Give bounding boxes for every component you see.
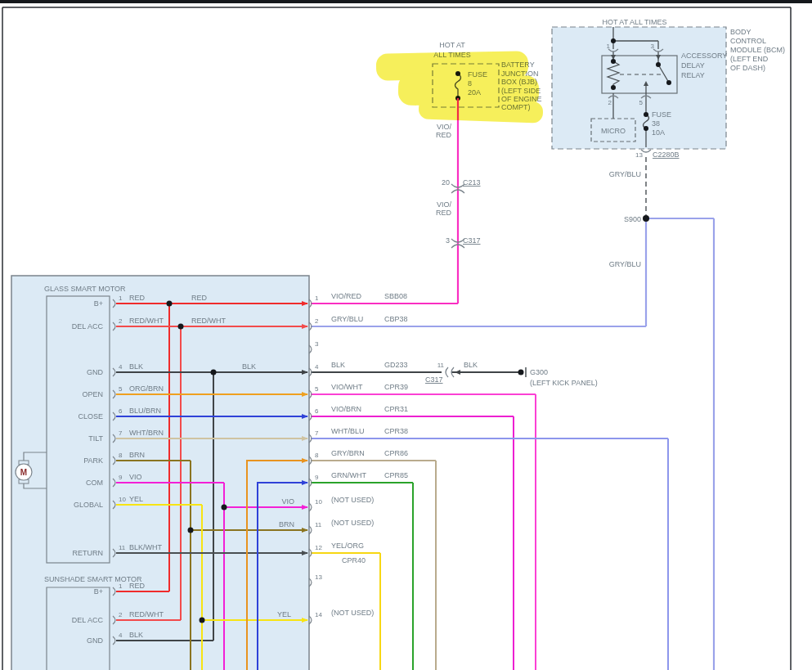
g300-location: (LEFT KICK PANEL)	[530, 379, 598, 387]
glass-pin-name-global: GLOBAL	[74, 501, 103, 509]
conn-pin-2: 2	[315, 317, 319, 325]
c213-pin: 20	[442, 178, 450, 187]
s900-label: S900	[624, 215, 641, 223]
bcm-fuse-label: FUSE	[652, 110, 671, 119]
conn-circuit-1: VIO/RED	[331, 292, 362, 300]
feed-color-1b: RED	[436, 131, 452, 139]
connector-labels: 1 2 3 4 5 6 7 8 9 10 11 12 13 14 VIO/RED…	[315, 292, 408, 618]
conn-pin-9: 9	[315, 474, 319, 481]
glass-wire-redwht: RED/WHT	[129, 317, 164, 325]
glass-wire2-redwht: RED/WHT	[191, 317, 226, 325]
conn-pin-3: 3	[315, 340, 319, 348]
feed-color-2b: RED	[436, 209, 452, 217]
glass-pin-name-com: COM	[86, 479, 103, 487]
glass-pin-num-9: 9	[119, 474, 123, 481]
conn-pin-1: 1	[315, 295, 319, 302]
conn-pin-6: 6	[315, 407, 319, 415]
wiring-diagram-canvas: M	[0, 0, 812, 670]
glass-pin-num-10: 10	[119, 496, 126, 503]
wire-grn-wht-cpr85	[311, 483, 413, 670]
relay-name-2: DELAY	[681, 61, 705, 70]
wire-gry-brn-cpr86	[311, 461, 436, 670]
c317-link[interactable]: C317	[463, 236, 481, 245]
conn-pin-14: 14	[315, 611, 322, 618]
glass-pin-name-gnd: GND	[87, 368, 104, 376]
conn-id-6: CPR31	[384, 405, 408, 413]
glass-pin-num-8: 8	[119, 452, 123, 459]
conn-pin-5: 5	[315, 385, 319, 393]
bcm-fuse-rating: 10A	[652, 128, 665, 137]
splice-labels: GRY/BLU S900 GRY/BLU	[609, 170, 641, 268]
conn-id-12: CPR40	[342, 556, 366, 564]
bcm-name-2: CONTROL	[730, 37, 766, 45]
conn-circuit-11: (NOT USED)	[331, 519, 374, 527]
glass-wire2-red: RED	[191, 294, 208, 302]
bcm-pin-1: 1	[607, 43, 611, 50]
bcm-pin-3: 3	[651, 43, 655, 50]
wiring-diagram-page: M	[0, 0, 812, 670]
sun-wire-red: RED	[129, 582, 146, 590]
glass-pin-num-4: 4	[119, 363, 123, 371]
conn-pin-7: 7	[315, 429, 319, 437]
glass-pin-name-delacc: DEL ACC	[72, 322, 104, 331]
c213-link[interactable]: C213	[463, 178, 481, 187]
glass-pin-num-6: 6	[119, 407, 123, 415]
branch-label-brn: BRN	[279, 520, 294, 528]
wire-gry-blu-s900	[311, 157, 714, 670]
relay-name-1: ACCESSORY	[681, 52, 727, 60]
bcm-box	[552, 27, 726, 152]
glass-wire-blk: BLK	[129, 362, 143, 371]
conn-circuit-12: YEL/ORG	[331, 542, 364, 550]
glass-pin-num-5: 5	[119, 385, 123, 393]
g300-wire-label: BLK	[464, 361, 478, 369]
branch-label-yel: YEL	[277, 610, 291, 618]
glass-pin-num-11: 11	[119, 544, 126, 551]
c317-pin: 3	[446, 236, 450, 245]
conn-id-8: CPR86	[384, 449, 408, 457]
glass-pin-name-tilt: TILT	[88, 434, 103, 443]
conn-circuit-10: (NOT USED)	[331, 496, 374, 504]
c2280b-link[interactable]: C2280B	[653, 151, 680, 159]
sun-pin-num-4: 4	[119, 632, 123, 639]
bcm-name-4: (LEFT END	[730, 55, 769, 63]
c317-inline-link[interactable]: C317	[425, 375, 443, 384]
glass-wire-red: RED	[129, 294, 146, 302]
glass-wire-orgbrn: ORG/BRN	[129, 384, 164, 393]
glass-wire-blkwht: BLK/WHT	[129, 543, 163, 551]
bcm-out-pin: 13	[635, 151, 643, 159]
s900-wire-below: GRY/BLU	[609, 260, 641, 268]
glass-wire2-blk: BLK	[242, 362, 256, 371]
conn-pin-11: 11	[315, 521, 322, 528]
glass-pin-num-1: 1	[119, 295, 123, 302]
bcm-name-5: OF DASH)	[730, 64, 765, 72]
conn-circuit-7: WHT/BLU	[331, 427, 365, 435]
glass-pin-name-return: RETURN	[73, 549, 104, 557]
conn-pin-12: 12	[315, 544, 322, 551]
conn-pin-10: 10	[315, 498, 322, 506]
conn-pin-8: 8	[315, 452, 319, 459]
sun-pin-name-gnd: GND	[87, 636, 104, 645]
relay-name-3: RELAY	[681, 71, 705, 79]
sun-pin-num-2: 2	[119, 611, 123, 618]
glass-wire-whtbrn: WHT/BRN	[129, 429, 164, 437]
conn-id-7: CPR38	[384, 427, 408, 435]
conn-id-1: SBB08	[384, 292, 407, 300]
glass-pin-name-close: CLOSE	[78, 412, 103, 420]
conn-circuit-4: BLK	[331, 361, 345, 369]
bcm-hot-label: HOT AT ALL TIMES	[602, 18, 666, 26]
conn-circuit-9: GRN/WHT	[331, 471, 366, 479]
conn-id-4: GD233	[384, 361, 408, 369]
glass-pin-num-2: 2	[119, 317, 123, 325]
conn-circuit-6: VIO/BRN	[331, 405, 361, 413]
glass-wire-brn: BRN	[129, 451, 145, 459]
motor-letter: M	[20, 468, 27, 477]
glass-pin-name-bplus: B+	[94, 299, 103, 308]
bcm-fuse-number: 38	[652, 119, 660, 128]
g300-conn-pin: 11	[437, 362, 445, 369]
conn-pin-13: 13	[315, 573, 322, 581]
sun-pin-num-1: 1	[119, 582, 123, 590]
feed-color-2a: VIO/	[437, 200, 452, 209]
conn-circuit-5: VIO/WHT	[331, 383, 363, 391]
feed-color-1a: VIO/	[437, 123, 452, 131]
g300-label: G300	[530, 368, 548, 376]
